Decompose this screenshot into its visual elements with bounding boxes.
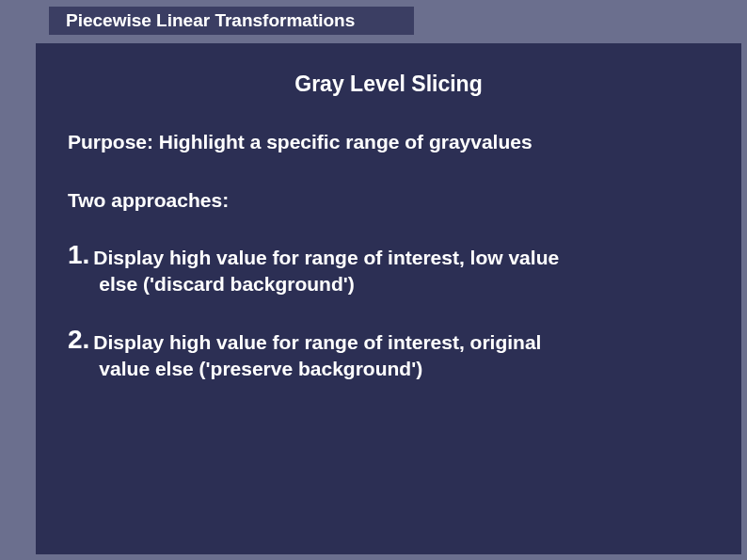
list-item: 1. Display high value for range of inter… [68, 242, 709, 298]
list-text-2-line1: Display high value for range of interest… [93, 331, 541, 353]
list-text-1-line1: Display high value for range of interest… [93, 247, 559, 268]
list-number-2: 2. [68, 327, 89, 353]
list-text-2-line2: value else ('preserve background') [93, 356, 541, 382]
title-bar: Piecewise Linear Transformations [49, 7, 414, 35]
purpose-text: Purpose: Highlight a specific range of g… [68, 131, 709, 153]
slide-subtitle: Gray Level Slicing [68, 72, 709, 97]
list-number-1: 1. [68, 242, 89, 268]
list-item: 2. Display high value for range of inter… [68, 327, 709, 383]
slide: Piecewise Linear Transformations Gray Le… [0, 0, 747, 560]
list-text-1-line2: else ('discard background') [93, 271, 559, 297]
approaches-label: Two approaches: [68, 189, 709, 212]
list-text-1: Display high value for range of interest… [93, 242, 559, 298]
slide-title: Piecewise Linear Transformations [66, 10, 355, 31]
list-text-2: Display high value for range of interest… [93, 327, 541, 383]
content-area: Gray Level Slicing Purpose: Highlight a … [36, 43, 741, 554]
